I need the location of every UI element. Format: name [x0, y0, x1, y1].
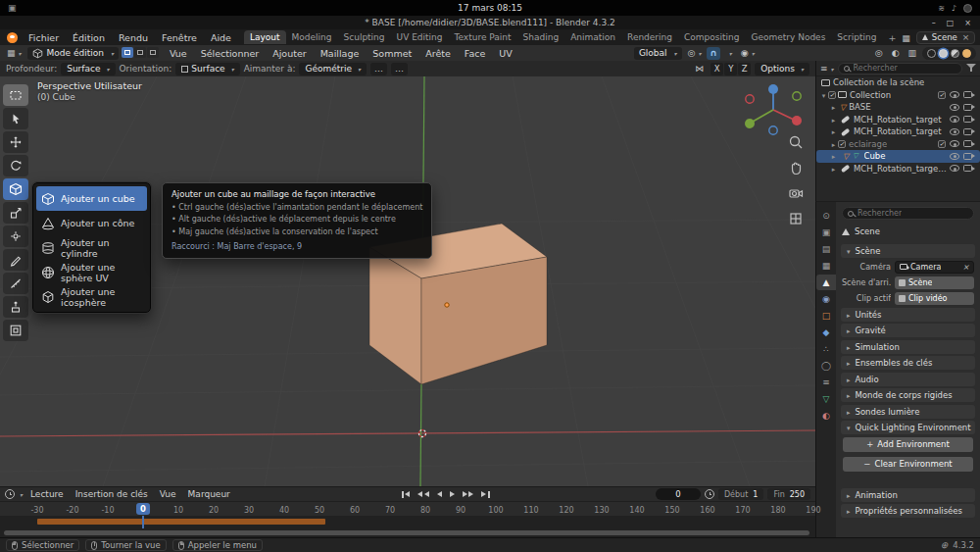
viewport-menu-maillage[interactable]: Maillage — [314, 48, 367, 59]
jump-next-keyframe-button[interactable] — [460, 489, 477, 500]
shading-material-icon[interactable] — [951, 49, 959, 58]
expand-icon[interactable] — [829, 115, 838, 125]
expand-icon[interactable] — [819, 90, 828, 100]
outliner-item-eclairage[interactable]: eclairage — [816, 138, 980, 151]
camera-field[interactable]: Camera — [895, 261, 974, 274]
viewport-3d[interactable]: Perspective Utilisateur (0) Cube — [0, 76, 815, 486]
active-clip-field[interactable]: Clip vidéo — [895, 292, 974, 305]
menu-item-add-uv-sphere[interactable]: Ajouter une sphère UV — [36, 260, 147, 284]
timeline-track-area[interactable] — [0, 516, 815, 528]
mode-selector[interactable]: Mode édition — [27, 47, 119, 60]
tab-uv-editing[interactable]: UV Editing — [391, 30, 449, 44]
camera-view-icon[interactable] — [787, 184, 805, 202]
horizontal-scrollbar[interactable] — [4, 530, 809, 535]
expand-icon[interactable] — [829, 151, 838, 161]
frame-end-field[interactable]: Fin 250 — [767, 488, 810, 500]
current-frame-line[interactable] — [142, 516, 144, 528]
hide-eye-icon[interactable] — [950, 104, 959, 111]
material-tab-icon[interactable] — [816, 408, 836, 424]
play-reverse-button[interactable] — [434, 489, 445, 500]
face-select-mode-button[interactable] — [147, 47, 159, 58]
filter-icon[interactable] — [966, 64, 976, 73]
vertex-select-mode-button[interactable] — [122, 47, 133, 58]
current-frame-badge[interactable]: 0 — [136, 503, 150, 515]
snap-toggle-icon[interactable] — [707, 47, 719, 60]
os-status-menu-icon[interactable] — [963, 4, 972, 13]
preview-range-icon[interactable] — [705, 489, 714, 499]
select-box-tool[interactable] — [3, 84, 28, 106]
os-clock[interactable]: 17 mars 08:15 — [0, 3, 980, 13]
tab-scripting[interactable]: Scripting — [831, 30, 882, 44]
viewport-menu-sommet[interactable]: Sommet — [366, 48, 418, 59]
viewport-menu-s-lectionner[interactable]: Sélectionner — [194, 48, 267, 59]
physics-tab-icon[interactable] — [816, 358, 836, 374]
menu-dition[interactable]: Édition — [66, 32, 112, 43]
object-data-tab-icon[interactable] — [816, 391, 836, 407]
shading-wireframe-icon[interactable] — [927, 49, 936, 58]
toggle-ortho-icon[interactable] — [787, 210, 805, 227]
collection-checkbox[interactable] — [828, 91, 836, 99]
expand-icon[interactable] — [829, 139, 838, 149]
xray-toggle-icon[interactable] — [905, 48, 919, 58]
section-ensembles-de-cl-s[interactable]: Ensembles de clés — [841, 356, 975, 370]
section-monde-de-corps-rigides[interactable]: Monde de corps rigides — [841, 388, 975, 402]
exclude-checkbox[interactable] — [938, 140, 946, 148]
tab-sculpting[interactable]: Sculpting — [338, 30, 391, 44]
os-app-icon[interactable] — [8, 3, 17, 13]
menu-item-add-cone[interactable]: Ajouter un cône — [36, 211, 147, 235]
section-scene[interactable]: Scène — [841, 244, 975, 258]
hide-eye-icon[interactable] — [950, 91, 959, 98]
timeline-menu-marqueur[interactable]: Marqueur — [182, 489, 236, 499]
disable-render-icon[interactable] — [963, 91, 972, 98]
section-sondes-lumi-re[interactable]: Sondes lumière — [841, 405, 975, 419]
disable-render-icon[interactable] — [963, 128, 972, 135]
annotate-tool[interactable] — [3, 249, 28, 271]
outliner-item-base[interactable]: BASE — [816, 101, 980, 114]
section-audio[interactable]: Audio — [841, 373, 975, 386]
properties-search-input[interactable]: Rechercher — [842, 207, 974, 220]
workspace-icon[interactable] — [902, 32, 910, 43]
jump-to-start-button[interactable] — [399, 489, 413, 500]
jump-to-end-button[interactable] — [478, 489, 492, 500]
pan-hand-icon[interactable] — [787, 159, 805, 176]
mirror-axis-y[interactable]: Y — [724, 63, 737, 75]
tab-shading[interactable]: Shading — [517, 30, 565, 44]
output-tab-icon[interactable] — [816, 241, 836, 257]
expand-icon[interactable] — [829, 102, 838, 112]
timeline-menu-vue[interactable]: Vue — [154, 489, 182, 499]
mirror-axis-z[interactable]: Z — [738, 63, 751, 75]
section-simulation[interactable]: Simulation — [841, 340, 975, 354]
disable-render-icon[interactable] — [963, 153, 972, 160]
depth-selector[interactable]: Surface — [61, 63, 115, 75]
tab-layout[interactable]: Layout — [244, 30, 286, 44]
menu-aide[interactable]: Aide — [204, 32, 238, 43]
edge-select-mode-button[interactable] — [134, 47, 146, 58]
exclude-checkbox[interactable] — [938, 91, 946, 99]
tab-geometry-nodes[interactable]: Geometry Nodes — [745, 30, 831, 44]
navigation-gizmo[interactable] — [745, 84, 802, 134]
outliner-item-mch-rotation-target-00[interactable]: MCH_Rotation_target.00 — [816, 163, 980, 176]
minimize-icon[interactable] — [932, 19, 936, 27]
render-tab-icon[interactable] — [816, 225, 836, 240]
transform-orientation-selector[interactable]: Global — [634, 47, 682, 60]
scale-tool[interactable] — [3, 202, 28, 224]
current-frame-field[interactable]: 0 — [656, 488, 701, 500]
blender-logo-icon[interactable] — [7, 32, 18, 43]
measure-tool[interactable] — [3, 273, 28, 294]
section-propri-t-s-personnalis-es[interactable]: Propriétés personnalisées — [841, 504, 975, 518]
proportional-editing-icon[interactable] — [738, 48, 758, 58]
options-dropdown[interactable]: Options — [755, 63, 809, 75]
overlays-toggle-icon[interactable] — [889, 48, 903, 58]
orientation-selector[interactable]: Surface — [175, 63, 239, 75]
particles-tab-icon[interactable] — [816, 341, 836, 357]
constraints-tab-icon[interactable] — [816, 375, 836, 390]
more-settings-button-2[interactable]: … — [391, 63, 408, 75]
more-settings-button[interactable]: … — [370, 63, 387, 75]
hide-eye-icon[interactable] — [950, 140, 959, 147]
menu-item-add-cube[interactable]: Ajouter un cube — [36, 186, 147, 211]
outliner-item-scene-collection[interactable]: Collection de la scène — [816, 76, 980, 89]
outliner-item-collection[interactable]: Collection — [816, 89, 980, 102]
outliner-item-mch-rotation-target-2[interactable]: MCH_Rotation_target — [816, 125, 980, 138]
scene-selector[interactable]: Scene — [916, 31, 975, 44]
world-tab-icon[interactable] — [816, 291, 836, 307]
